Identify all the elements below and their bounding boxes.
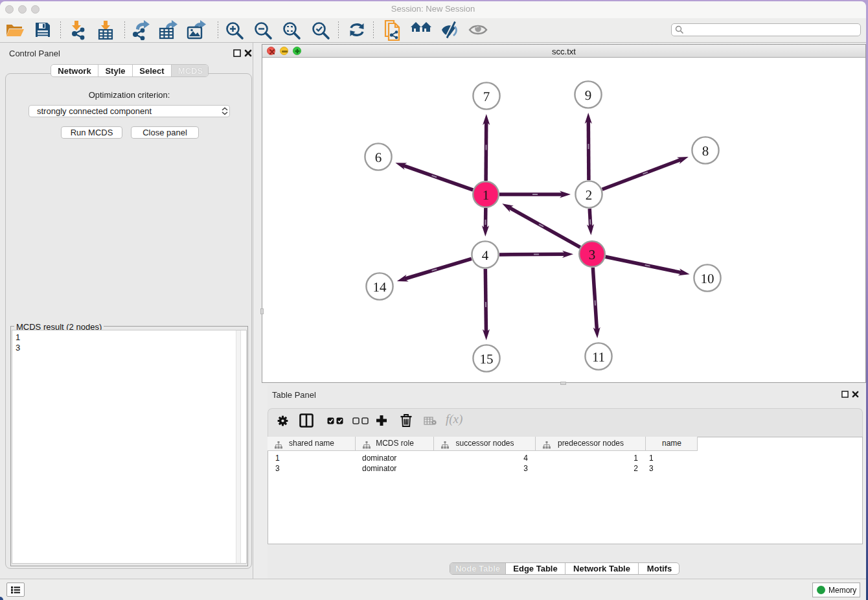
svg-text:8: 8 xyxy=(702,143,709,159)
svg-text:10: 10 xyxy=(701,271,714,286)
svg-text:1: 1 xyxy=(483,187,490,203)
svg-text:6: 6 xyxy=(375,150,382,165)
svg-text:3: 3 xyxy=(589,247,596,262)
svg-text:15: 15 xyxy=(480,351,494,367)
svg-text:7: 7 xyxy=(483,89,490,104)
svg-text:2: 2 xyxy=(586,187,593,203)
svg-text:4: 4 xyxy=(482,248,489,263)
svg-text:14: 14 xyxy=(373,279,387,295)
svg-text:11: 11 xyxy=(592,349,605,365)
svg-text:9: 9 xyxy=(585,87,592,103)
